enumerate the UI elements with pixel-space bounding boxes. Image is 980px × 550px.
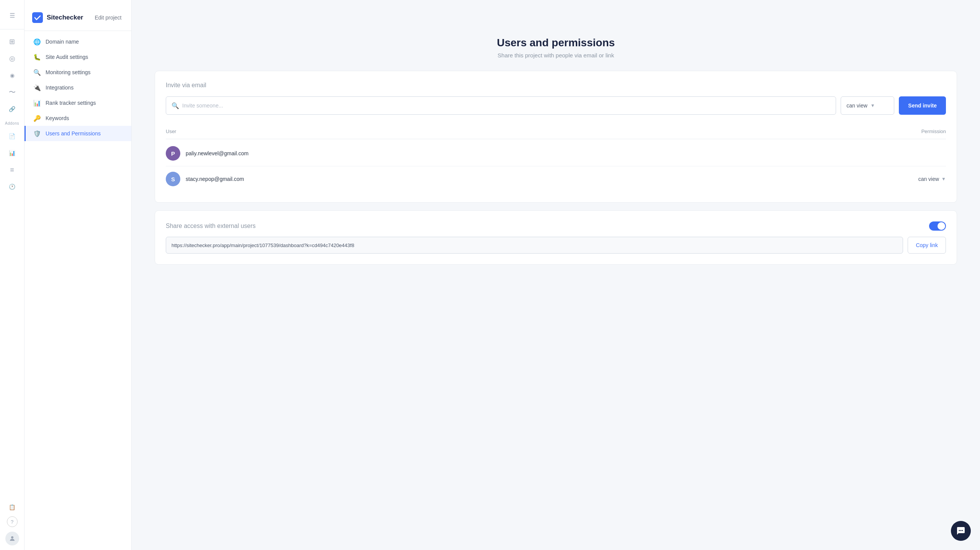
sidebar-item-label: Integrations — [46, 85, 74, 91]
topbar-title: Edit project — [95, 15, 121, 21]
addons-label: Addons — [5, 121, 19, 125]
icon-sidebar: ☰ ⊞ ◎ ◉ 〜 🔗 Addons 📄 📊 ≡ 🕐 📋 ? — [0, 0, 24, 550]
share-title: Share access with external users — [166, 223, 256, 229]
sidebar-item-site-audit[interactable]: 🐛 Site Audit settings — [24, 49, 131, 65]
nav-icon-site-audit: 🐛 — [33, 53, 41, 61]
chevron-down-icon: ▼ — [941, 176, 946, 182]
table-row: S stacy.nepop@gmail.com can view ▼ — [166, 166, 946, 192]
svg-point-4 — [962, 530, 963, 531]
link-row: https://sitechecker.pro/app/main/project… — [166, 237, 946, 254]
nav-icon-users-permissions: 🛡️ — [33, 130, 41, 137]
user-left: P paliy.newlevel@gmail.com — [166, 146, 248, 161]
nav-icon-domain-name: 🌐 — [33, 38, 41, 46]
share-row: Share access with external users — [166, 221, 946, 231]
avatar: S — [166, 172, 180, 186]
sidebar-item-users-permissions[interactable]: 🛡️ Users and Permissions — [24, 126, 131, 141]
nav-icon-bar-chart[interactable]: 📊 — [5, 145, 20, 161]
sidebar-item-rank-tracker[interactable]: 📊 Rank tracker settings — [24, 95, 131, 111]
toggle-knob — [938, 222, 945, 230]
col-permission-label: Permission — [921, 129, 946, 134]
users-list: P paliy.newlevel@gmail.com S stacy.nepop… — [166, 141, 946, 192]
invite-section-title: Invite via email — [166, 82, 946, 89]
share-card: Share access with external users https:/… — [155, 210, 957, 265]
nav-icon-document[interactable]: 📄 — [5, 129, 20, 144]
sidebar-item-label: Domain name — [46, 39, 79, 45]
avatar: P — [166, 146, 180, 161]
chevron-down-icon: ▼ — [871, 103, 875, 108]
main-content: Users and permissions Share this project… — [132, 0, 980, 550]
nav-icon-trend[interactable]: 〜 — [5, 85, 20, 100]
user-permission-dropdown[interactable]: can view ▼ — [918, 176, 946, 182]
share-link-display: https://sitechecker.pro/app/main/project… — [166, 237, 903, 254]
sidebar-item-domain-name[interactable]: 🌐 Domain name — [24, 34, 131, 49]
chat-button[interactable] — [951, 521, 971, 541]
hamburger-icon[interactable]: ☰ — [5, 8, 20, 23]
nav-icon-gauge[interactable]: ◉ — [5, 68, 20, 83]
table-row: P paliy.newlevel@gmail.com — [166, 141, 946, 166]
topbar: Sitechecker Edit project — [24, 6, 131, 31]
nav-icon-keywords: 🔑 — [33, 114, 41, 122]
user-email: paliy.newlevel@gmail.com — [186, 150, 248, 156]
invite-input-wrap: 🔍 — [166, 96, 836, 115]
svg-point-2 — [959, 530, 960, 531]
sidebar-item-monitoring[interactable]: 🔍 Monitoring settings — [24, 65, 131, 80]
copy-link-button[interactable]: Copy link — [908, 237, 946, 254]
nav-icon-link[interactable]: 🔗 — [5, 101, 20, 117]
nav-icon-analytics[interactable]: ◎ — [5, 51, 20, 66]
nav-icon-integrations: 🔌 — [33, 84, 41, 91]
nav-icon-history[interactable]: 🕐 — [5, 179, 20, 194]
user-avatar[interactable] — [5, 532, 19, 545]
permission-text: can view — [918, 176, 939, 182]
nav-icon-dashboard[interactable]: ⊞ — [5, 34, 20, 49]
table-header: User Permission — [166, 125, 946, 139]
send-invite-button[interactable]: Send invite — [899, 96, 946, 115]
nav-icon-report[interactable]: 📋 — [5, 500, 20, 515]
nav-icon-rank-tracker: 📊 — [33, 99, 41, 107]
sidebar-item-label: Rank tracker settings — [46, 100, 96, 106]
invite-card: Invite via email 🔍 can view ▼ Send invit… — [155, 71, 957, 203]
nav-sidebar: Sitechecker Edit project 🌐 Domain name 🐛… — [24, 0, 132, 550]
nav-icon-help[interactable]: ? — [7, 516, 18, 527]
svg-rect-1 — [32, 12, 43, 23]
page-title: Users and permissions — [155, 37, 957, 49]
col-user-label: User — [166, 129, 176, 134]
permission-select[interactable]: can view ▼ — [841, 96, 894, 115]
toggle-wrap — [929, 221, 946, 231]
page-subtitle: Share this project with people via email… — [155, 52, 957, 59]
sidebar-item-keywords[interactable]: 🔑 Keywords — [24, 111, 131, 126]
nav-icon-monitoring: 🔍 — [33, 68, 41, 76]
user-left: S stacy.nepop@gmail.com — [166, 172, 244, 186]
nav-icon-list[interactable]: ≡ — [5, 162, 20, 177]
sidebar-item-label: Monitoring settings — [46, 69, 91, 75]
logo-area: ☰ — [0, 5, 24, 29]
permission-value: can view — [846, 103, 867, 109]
search-icon: 🔍 — [172, 102, 179, 109]
invite-row: 🔍 can view ▼ Send invite — [166, 96, 946, 115]
logo-checkmark-icon — [32, 12, 43, 23]
logo-text: Sitechecker — [47, 14, 83, 21]
share-toggle[interactable] — [929, 221, 946, 231]
sidebar-item-label: Site Audit settings — [46, 54, 88, 60]
sidebar-item-label: Keywords — [46, 115, 69, 121]
svg-point-0 — [11, 536, 13, 539]
user-email: stacy.nepop@gmail.com — [186, 176, 244, 182]
sidebar-item-integrations[interactable]: 🔌 Integrations — [24, 80, 131, 95]
invite-email-input[interactable] — [182, 103, 830, 109]
nav-items-container: 🌐 Domain name 🐛 Site Audit settings 🔍 Mo… — [24, 34, 131, 141]
sidebar-item-label: Users and Permissions — [46, 130, 101, 137]
svg-point-3 — [960, 530, 962, 531]
page-header: Users and permissions Share this project… — [155, 37, 957, 59]
user-table: User Permission P paliy.newlevel@gmail.c… — [166, 125, 946, 192]
